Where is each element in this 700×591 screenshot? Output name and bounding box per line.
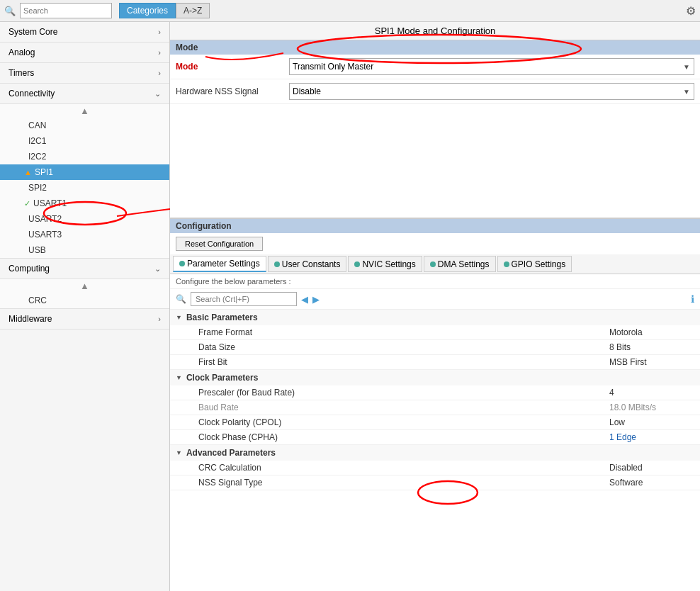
chevron-down-icon-connectivity: ⌄: [154, 89, 161, 98]
advanced-params-header[interactable]: ▼ Advanced Parameters: [170, 445, 700, 461]
clock-tri-icon: ▼: [176, 374, 182, 381]
sidebar-item-spi2[interactable]: SPI2: [0, 180, 169, 196]
nav-next-icon[interactable]: ▶: [312, 294, 320, 305]
system-core-label: System Core: [9, 27, 57, 37]
param-group-advanced: ▼ Advanced Parameters CRC Calculation Di…: [170, 445, 700, 490]
nss-signal-name: NSS Signal Type: [198, 478, 609, 488]
usart1-label: USART1: [33, 198, 67, 208]
az-tab[interactable]: A->Z: [176, 3, 210, 18]
gpio-dot: [504, 261, 509, 267]
categories-tab[interactable]: Categories: [119, 3, 176, 18]
sidebar-item-usart3[interactable]: USART3: [0, 227, 169, 242]
search-box[interactable]: [20, 3, 112, 18]
sidebar-item-i2c2[interactable]: I2C2: [0, 149, 169, 164]
crc-calc-value: Disabled: [609, 463, 694, 473]
param-row-baud-rate: Baud Rate 18.0 MBits/s: [170, 400, 700, 415]
sidebar-item-middleware[interactable]: Middleware ›: [0, 309, 169, 330]
mode-section-header: Mode: [170, 40, 700, 55]
param-search-input[interactable]: [191, 292, 297, 306]
param-row-first-bit: First Bit MSB First: [170, 355, 700, 370]
sidebar-item-spi1[interactable]: ▲ SPI1: [0, 164, 169, 180]
crc-calc-name: CRC Calculation: [198, 463, 609, 473]
sidebar-item-can[interactable]: CAN: [0, 118, 169, 133]
param-row-nss-signal: NSS Signal Type Software: [170, 475, 700, 490]
data-size-name: Data Size: [198, 342, 609, 352]
baud-rate-value: 18.0 MBits/s: [609, 403, 694, 412]
sidebar-item-usb[interactable]: USB: [0, 242, 169, 258]
sidebar-item-usart2[interactable]: USART2: [0, 211, 169, 227]
mode-select-wrapper: Transmit Only Master Disable Full-Duplex…: [289, 58, 694, 75]
tab-nvic-settings[interactable]: NVIC Settings: [348, 256, 422, 272]
config-body: Reset Configuration Parameter Settings U…: [170, 233, 700, 591]
connectivity-sub-items: ▲ CAN I2C1 I2C2 ▲ SPI1 SPI2 ✓ USART1 USA…: [0, 104, 169, 259]
cpol-name: Clock Polarity (CPOL): [198, 417, 609, 427]
config-tabs-row: Parameter Settings User Constants NVIC S…: [170, 254, 700, 274]
nss-select-wrapper: Disable Hardware NSS Input Signal Hardwa…: [289, 83, 694, 100]
computing-header[interactable]: Computing ⌄: [0, 259, 169, 279]
analog-label: Analog: [9, 47, 35, 57]
frame-format-name: Frame Format: [198, 327, 609, 337]
sidebar-item-i2c1[interactable]: I2C1: [0, 133, 169, 149]
chevron-right-icon-timers: ›: [158, 69, 161, 77]
tab-dma-settings[interactable]: DMA Settings: [424, 256, 496, 272]
nav-prev-icon[interactable]: ◀: [301, 294, 308, 305]
first-bit-value: MSB First: [609, 357, 694, 367]
prescaler-value: 4: [609, 388, 694, 398]
param-row-prescaler: Prescaler (for Baud Rate) 4: [170, 385, 700, 400]
cpol-value: Low: [609, 417, 694, 427]
gear-icon[interactable]: ⚙: [686, 4, 696, 18]
tab-parameter-settings[interactable]: Parameter Settings: [173, 256, 266, 272]
timers-label: Timers: [9, 68, 34, 78]
connectivity-header[interactable]: Connectivity ⌄: [0, 84, 169, 104]
sidebar-item-system-core[interactable]: System Core ›: [0, 22, 169, 43]
frame-format-value: Motorola: [609, 327, 694, 337]
computing-label: Computing: [9, 264, 50, 274]
config-section-header: Configuration: [170, 219, 700, 233]
sidebar-item-usart1[interactable]: ✓ USART1: [0, 196, 169, 211]
prescaler-name: Prescaler (for Baud Rate): [198, 388, 609, 398]
basic-params-header[interactable]: ▼ Basic Parameters: [170, 310, 700, 325]
param-row-frame-format: Frame Format Motorola: [170, 325, 700, 340]
baud-rate-name: Baud Rate: [198, 403, 609, 412]
clock-params-header[interactable]: ▼ Clock Parameters: [170, 370, 700, 385]
param-search-row: 🔍 ◀ ▶ ℹ: [170, 289, 700, 310]
mode-form-row: Mode Transmit Only Master Disable Full-D…: [170, 55, 700, 79]
param-settings-label: Parameter Settings: [187, 259, 260, 269]
sidebar-item-timers[interactable]: Timers ›: [0, 63, 169, 84]
sidebar-group-computing: Computing ⌄ ▲ CRC: [0, 259, 169, 309]
sidebar-item-analog[interactable]: Analog ›: [0, 43, 169, 63]
tab-row: Categories A->Z: [119, 3, 210, 18]
main-layout: System Core › Analog › Timers › Connecti…: [0, 22, 700, 591]
content-area: SPI1 Mode and Configuration Mode Mode Tr…: [170, 22, 700, 591]
info-icon[interactable]: ℹ: [691, 293, 694, 305]
tab-gpio-settings[interactable]: GPIO Settings: [497, 256, 572, 272]
mode-select[interactable]: Transmit Only Master Disable Full-Duplex…: [289, 58, 694, 75]
mode-label: Mode: [176, 62, 289, 72]
chevron-down-icon-computing: ⌄: [154, 264, 161, 274]
gpio-label: GPIO Settings: [512, 259, 566, 269]
param-row-data-size: Data Size 8 Bits: [170, 340, 700, 355]
first-bit-name: First Bit: [198, 357, 609, 367]
computing-sub-items: ▲ CRC: [0, 279, 169, 309]
param-group-basic: ▼ Basic Parameters Frame Format Motorola…: [170, 310, 700, 370]
chevron-right-icon-middleware: ›: [158, 315, 161, 323]
param-row-cpol: Clock Polarity (CPOL) Low: [170, 415, 700, 430]
param-row-cpha: Clock Phase (CPHA) 1 Edge: [170, 430, 700, 445]
nss-signal-value: Software: [609, 478, 694, 488]
user-constants-label: User Constants: [282, 259, 341, 269]
config-section: Configuration Reset Configuration Parame…: [170, 219, 700, 591]
param-search-icon: 🔍: [176, 294, 186, 304]
config-info-text: Configure the below parameters :: [170, 274, 700, 289]
search-input[interactable]: [23, 6, 108, 15]
connectivity-label: Connectivity: [9, 89, 55, 98]
separator-up: ▲: [0, 104, 169, 118]
user-constants-dot: [274, 261, 280, 267]
separator-up-computing: ▲: [0, 279, 169, 293]
reset-config-button[interactable]: Reset Configuration: [176, 237, 263, 251]
sidebar: System Core › Analog › Timers › Connecti…: [0, 22, 170, 591]
sidebar-group-connectivity: Connectivity ⌄ ▲ CAN I2C1 I2C2 ▲ SPI1 SP…: [0, 84, 169, 259]
sidebar-item-crc[interactable]: CRC: [0, 293, 169, 308]
tab-user-constants[interactable]: User Constants: [268, 256, 347, 272]
cpha-name: Clock Phase (CPHA): [198, 432, 609, 442]
nss-select[interactable]: Disable Hardware NSS Input Signal Hardwa…: [289, 83, 694, 100]
